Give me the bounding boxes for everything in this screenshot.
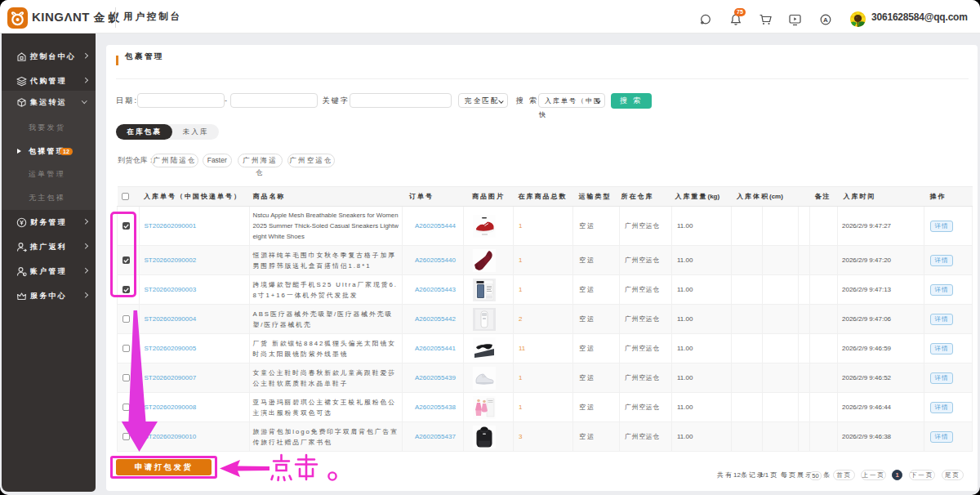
svg-text:A: A <box>823 16 828 23</box>
